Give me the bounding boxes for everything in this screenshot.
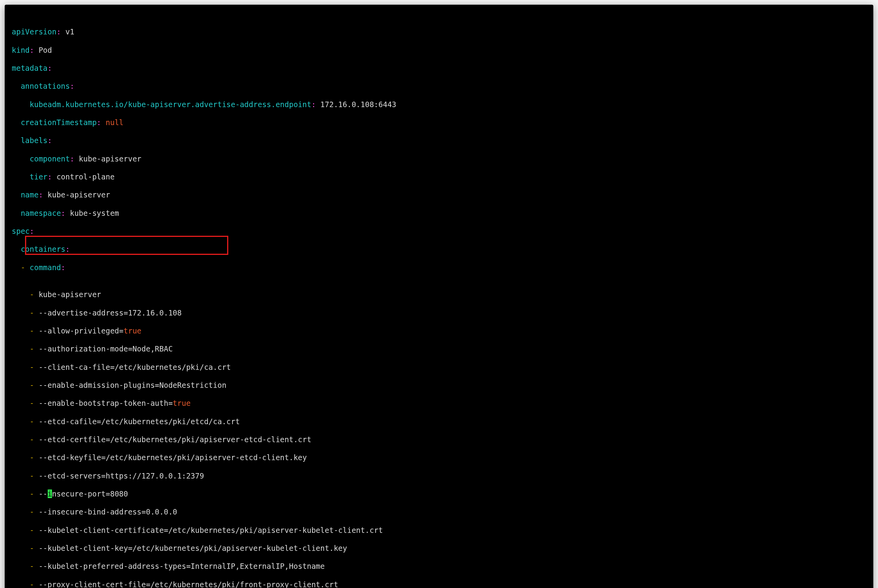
- yaml-line-annotation-endpoint: kubeadm.kubernetes.io/kube-apiserver.adv…: [12, 100, 866, 109]
- cmd-arg-kubelet-preferred-address-types: - --kubelet-preferred-address-types=Inte…: [12, 562, 866, 571]
- cmd-arg-advertise-address: - --advertise-address=172.16.0.108: [12, 308, 866, 317]
- cmd-arg-kubelet-client-certificate: - --kubelet-client-certificate=/etc/kube…: [12, 526, 866, 535]
- cmd-arg-etcd-servers: - --etcd-servers=https://127.0.0.1:2379: [12, 471, 866, 480]
- cmd-arg-allow-privileged: - --allow-privileged=true: [12, 326, 866, 335]
- cmd-arg-authorization-mode: - --authorization-mode=Node,RBAC: [12, 344, 866, 353]
- cmd-arg-etcd-certfile: - --etcd-certfile=/etc/kubernetes/pki/ap…: [12, 435, 866, 444]
- yaml-line-tier: tier: control-plane: [12, 172, 866, 181]
- cmd-arg-etcd-keyfile: - --etcd-keyfile=/etc/kubernetes/pki/api…: [12, 453, 866, 462]
- cmd-arg-binary: - kube-apiserver: [12, 290, 866, 299]
- terminal-window[interactable]: apiVersion: v1 kind: Pod metadata: annot…: [5, 5, 873, 588]
- yaml-line-spec: spec:: [12, 227, 866, 236]
- yaml-line-annotations: annotations:: [12, 82, 866, 91]
- cmd-arg-insecure-port: - --insecure-port=8080: [12, 489, 866, 498]
- cmd-arg-enable-admission-plugins: - --enable-admission-plugins=NodeRestric…: [12, 381, 866, 390]
- cmd-arg-enable-bootstrap-token-auth: - --enable-bootstrap-token-auth=true: [12, 399, 866, 408]
- yaml-line-component: component: kube-apiserver: [12, 154, 866, 163]
- vim-cursor: i: [48, 489, 52, 498]
- yaml-line-metadata: metadata:: [12, 64, 866, 73]
- yaml-line-command: - command:: [12, 263, 866, 272]
- yaml-line-labels: labels:: [12, 136, 866, 145]
- cmd-arg-etcd-cafile: - --etcd-cafile=/etc/kubernetes/pki/etcd…: [12, 417, 866, 426]
- yaml-line-apiversion: apiVersion: v1: [12, 27, 866, 36]
- yaml-line-creationtimestamp: creationTimestamp: null: [12, 118, 866, 127]
- cmd-arg-kubelet-client-key: - --kubelet-client-key=/etc/kubernetes/p…: [12, 544, 866, 553]
- yaml-line-kind: kind: Pod: [12, 46, 866, 55]
- cmd-arg-insecure-bind-address: - --insecure-bind-address=0.0.0.0: [12, 507, 866, 516]
- yaml-line-containers: containers:: [12, 245, 866, 254]
- yaml-line-name: name: kube-apiserver: [12, 190, 866, 199]
- cmd-arg-proxy-client-cert-file: - --proxy-client-cert-file=/etc/kubernet…: [12, 580, 866, 588]
- cmd-arg-client-ca-file: - --client-ca-file=/etc/kubernetes/pki/c…: [12, 363, 866, 372]
- yaml-line-namespace: namespace: kube-system: [12, 209, 866, 218]
